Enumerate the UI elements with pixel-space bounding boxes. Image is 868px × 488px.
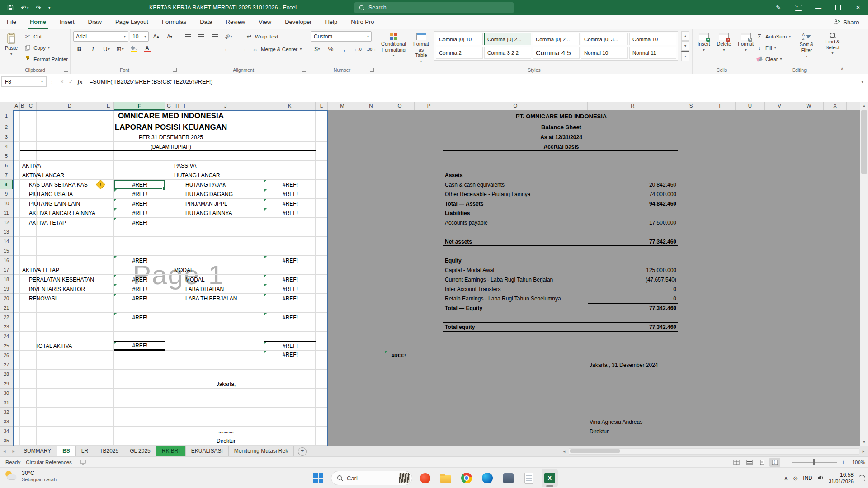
minimize-button[interactable]: — bbox=[808, 0, 828, 15]
row-header-10[interactable]: 10 bbox=[0, 199, 13, 208]
cell-K8[interactable]: #REF! bbox=[264, 180, 316, 189]
font-dialog-launcher[interactable] bbox=[173, 68, 177, 72]
row-header-14[interactable]: 14 bbox=[0, 237, 13, 246]
cell-R8[interactable]: 20.842.460 bbox=[588, 180, 678, 189]
customize-quick-access-icon[interactable]: ▾ bbox=[48, 6, 51, 10]
chrome-button[interactable] bbox=[458, 469, 475, 487]
italic-button[interactable]: I bbox=[87, 44, 99, 54]
column-header-H[interactable]: H bbox=[173, 102, 182, 110]
cells-area[interactable]: Page 1 ! OMNICARE MED INDONESIALAPORAN P… bbox=[13, 110, 860, 446]
ribbon-tab-review[interactable]: Review bbox=[219, 15, 252, 29]
titlebar-search[interactable]: Search bbox=[354, 2, 514, 13]
volume-icon[interactable] bbox=[817, 475, 824, 482]
row-header-26[interactable]: 26 bbox=[0, 351, 13, 360]
cell-Q1[interactable]: PT. OMNICARE MED INDONESIA bbox=[443, 110, 678, 122]
cell-Q9[interactable]: Other Receivable - Piutang Lainnya bbox=[443, 189, 588, 199]
new-sheet-button[interactable]: + bbox=[298, 447, 307, 456]
cell-C12[interactable]: AKTIVA TETAP bbox=[25, 218, 114, 227]
ink-pen-icon[interactable]: ✎ bbox=[769, 0, 788, 15]
edge-button[interactable] bbox=[479, 469, 495, 487]
cell-J34[interactable]: ............ bbox=[187, 427, 264, 436]
sheet-tab-lr[interactable]: LR bbox=[76, 446, 94, 456]
column-header-Q[interactable]: Q bbox=[443, 102, 588, 110]
cut-button[interactable]: ✂Cut bbox=[22, 31, 70, 42]
column-header-S[interactable]: S bbox=[678, 102, 704, 110]
cell-C10[interactable]: PIUTANG LAIN-LAIN bbox=[25, 199, 114, 208]
hscroll-right-icon[interactable]: ▸ bbox=[860, 449, 867, 454]
vertical-scrollbar-thumb[interactable] bbox=[861, 110, 867, 174]
name-box[interactable]: F8▾ bbox=[1, 76, 47, 87]
cell-B17[interactable]: AKTIVA TETAP bbox=[20, 265, 114, 275]
horizontal-scrollbar-thumb[interactable] bbox=[570, 449, 620, 453]
row-header-11[interactable]: 11 bbox=[0, 208, 13, 218]
cell-A2[interactable]: LAPORAN POSISI KEUANGAN bbox=[13, 122, 328, 132]
vertical-scrollbar[interactable]: ▴ ▾ bbox=[860, 102, 868, 446]
column-header-F[interactable]: F bbox=[114, 102, 165, 110]
borders-icon[interactable]: ⊞▾ bbox=[114, 44, 126, 54]
cell-K16[interactable]: #REF! bbox=[264, 256, 316, 265]
merge-center-button[interactable]: ↔Merge & Center▾ bbox=[250, 44, 303, 54]
excel-taskbar-button[interactable]: X bbox=[542, 469, 558, 487]
nitro-app-button[interactable] bbox=[417, 469, 433, 487]
confirm-entry-icon[interactable]: ✓ bbox=[66, 78, 75, 85]
language-indicator[interactable]: IND bbox=[803, 475, 812, 481]
weather-widget[interactable]: 30°C Sebagian cerah bbox=[5, 470, 57, 483]
cell-Q21[interactable]: Total — Equity bbox=[443, 303, 588, 313]
row-header-28[interactable]: 28 bbox=[0, 370, 13, 379]
cell-O26[interactable]: #REF! bbox=[385, 351, 415, 360]
align-bottom-icon[interactable] bbox=[209, 31, 221, 42]
cell-R14[interactable]: 77.342.460 bbox=[588, 237, 678, 246]
align-left-icon[interactable] bbox=[182, 44, 194, 54]
column-header-I[interactable]: I bbox=[182, 102, 187, 110]
column-header-W[interactable]: W bbox=[794, 102, 824, 110]
sheet-tab-monitoring-mutasi-rek[interactable]: Monitoring Mutasi Rek bbox=[229, 446, 294, 456]
align-center-icon[interactable] bbox=[195, 44, 208, 54]
row-header-7[interactable]: 7 bbox=[0, 170, 13, 180]
search-highlight-thumbnail[interactable] bbox=[399, 473, 410, 483]
cell-C25[interactable]: TOTAL AKTIVA bbox=[25, 341, 114, 351]
cell-K22[interactable]: #REF! bbox=[264, 313, 316, 322]
cell-R9[interactable]: 74.000.000 bbox=[588, 189, 678, 199]
cell-F16[interactable]: #REF! bbox=[114, 256, 165, 265]
cell-style-comma-0-2[interactable]: Comma [0] 2... bbox=[533, 33, 580, 45]
number-dialog-launcher[interactable] bbox=[370, 68, 374, 72]
status-circular-references[interactable]: Circular References bbox=[26, 460, 77, 465]
cell-F9[interactable]: #REF! bbox=[114, 189, 165, 199]
cell-H7[interactable]: HUTANG LANCAR bbox=[173, 170, 316, 180]
comma-style-icon[interactable]: , bbox=[338, 44, 350, 54]
cell-Q12[interactable]: Accounts payable bbox=[443, 218, 588, 227]
column-header-V[interactable]: V bbox=[765, 102, 794, 110]
formula-input[interactable]: =SUMIF('TB2025'!#REF!;BS!C8;'TB2025'!#RE… bbox=[85, 76, 857, 87]
horizontal-scrollbar[interactable]: ◂ ▸ bbox=[561, 446, 868, 456]
row-header-31[interactable]: 31 bbox=[0, 398, 13, 408]
number-format-select[interactable]: Custom▾ bbox=[311, 31, 372, 42]
status-table-icon[interactable] bbox=[733, 460, 740, 465]
fill-button[interactable]: ↓Fill▾ bbox=[754, 42, 793, 53]
insert-cells-button[interactable]: + Insert▾ bbox=[695, 31, 712, 53]
gallery-more-icon[interactable]: ▾ bbox=[681, 51, 689, 61]
column-header-R[interactable]: R bbox=[588, 102, 678, 110]
sheet-tab-gl-2025[interactable]: GL 2025 bbox=[124, 446, 156, 456]
cell-F22[interactable]: #REF! bbox=[114, 313, 165, 322]
row-header-20[interactable]: 20 bbox=[0, 294, 13, 303]
cell-R18[interactable]: (47.657.540) bbox=[588, 275, 678, 284]
column-header-M[interactable]: M bbox=[328, 102, 357, 110]
find-select-button[interactable]: Find & Select ▾ bbox=[821, 31, 844, 56]
increase-font-icon[interactable]: A▴ bbox=[150, 31, 162, 42]
wrap-text-button[interactable]: ↩Wrap Text bbox=[244, 31, 280, 42]
view-normal-button[interactable] bbox=[744, 458, 755, 467]
cell-Q14[interactable]: Net assets bbox=[443, 237, 588, 246]
cell-K19[interactable]: #REF! bbox=[264, 284, 316, 294]
cell-Q7[interactable]: Assets bbox=[443, 170, 588, 180]
cell-F20[interactable]: #REF! bbox=[114, 294, 165, 303]
cell-F11[interactable]: #REF! bbox=[114, 208, 165, 218]
row-header-34[interactable]: 34 bbox=[0, 427, 13, 436]
copy-button[interactable]: Copy▾ bbox=[22, 42, 70, 53]
file-explorer-button[interactable] bbox=[438, 469, 454, 487]
selected-cell[interactable] bbox=[114, 180, 165, 189]
zoom-level[interactable]: 100% bbox=[849, 460, 865, 465]
cell-Q17[interactable]: Capital - Modal Awal bbox=[443, 265, 588, 275]
cell-H17[interactable]: MODAL bbox=[173, 265, 264, 275]
start-button[interactable] bbox=[310, 469, 326, 487]
sheet-nav-right-icon[interactable]: ▸ bbox=[9, 446, 18, 456]
